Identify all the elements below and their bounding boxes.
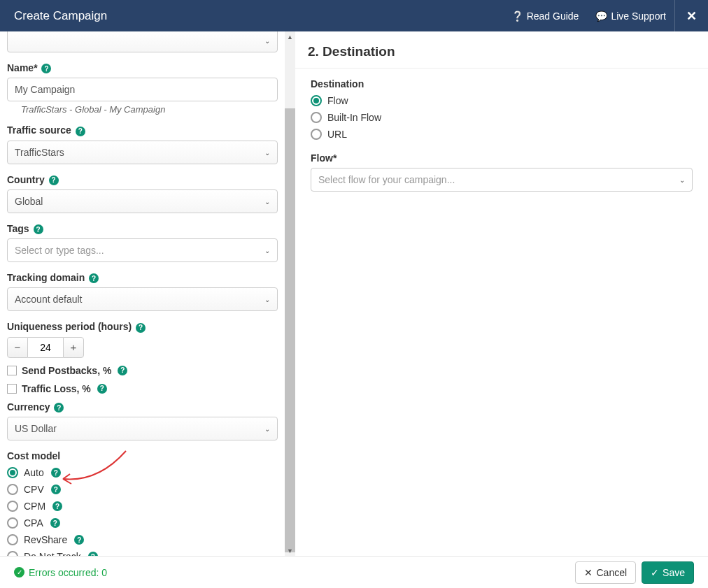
traffic-source-label: Traffic source ? xyxy=(7,124,278,136)
read-guide-label: Read Guide xyxy=(527,10,579,22)
traffic-source-value: TrafficStars xyxy=(15,147,64,158)
right-panel: 2. Destination Destination Flow Built-In… xyxy=(295,31,708,556)
tracking-domain-value: Account default xyxy=(15,294,83,305)
cost-model-cpm-radio[interactable] xyxy=(7,501,18,512)
destination-label: Destination xyxy=(311,78,693,89)
cost-model-revshare-radio[interactable] xyxy=(7,534,18,545)
destination-builtin-label: Built-In Flow xyxy=(327,112,381,123)
send-postbacks-checkbox[interactable] xyxy=(7,366,17,375)
cost-model-donottrack-radio[interactable] xyxy=(7,551,18,556)
country-select[interactable]: Global ⌄ xyxy=(7,189,278,213)
check-icon: ✓ xyxy=(651,567,659,578)
help-icon[interactable]: ? xyxy=(34,224,43,234)
scroll-down-arrow-icon[interactable]: ▼ xyxy=(285,545,295,556)
help-icon[interactable]: ? xyxy=(76,127,85,136)
modal-header: Create Campaign ❔ Read Guide 💬 Live Supp… xyxy=(0,0,708,31)
tags-label: Tags ? xyxy=(7,223,278,234)
cancel-label: Cancel xyxy=(596,567,627,578)
chat-icon: 💬 xyxy=(595,10,607,22)
cost-model-cpa-label: CPA xyxy=(24,517,43,529)
modal-title: Create Campaign xyxy=(14,9,503,23)
help-icon[interactable]: ? xyxy=(136,323,146,333)
name-help-text: TrafficStars - Global - My Campaign xyxy=(7,101,278,115)
currency-value: US Dollar xyxy=(15,423,57,434)
cost-model-cpv-label: CPV xyxy=(24,484,44,495)
status-message: ✓ Errors occurred: 0 xyxy=(14,567,107,578)
name-input[interactable] xyxy=(7,78,278,101)
destination-flow-label: Flow xyxy=(327,95,348,106)
help-icon[interactable]: ? xyxy=(74,535,84,545)
destination-heading: 2. Destination xyxy=(295,31,708,69)
help-icon[interactable]: ? xyxy=(41,64,51,73)
help-icon[interactable]: ? xyxy=(50,518,60,528)
flow-select-label: Flow* xyxy=(311,152,693,164)
name-label: Name* ? xyxy=(7,62,278,73)
flow-select[interactable]: Select flow for your campaign... ⌄ xyxy=(311,168,693,192)
currency-label: Currency ? xyxy=(7,401,278,413)
check-circle-icon: ✓ xyxy=(14,567,24,578)
chevron-down-icon: ⌄ xyxy=(264,425,270,433)
status-text: Errors occurred: 0 xyxy=(29,567,107,578)
live-support-link[interactable]: 💬 Live Support xyxy=(587,10,674,22)
chevron-down-icon: ⌄ xyxy=(679,176,685,184)
scrollbar-thumb[interactable] xyxy=(285,108,295,552)
cancel-button[interactable]: ✕ Cancel xyxy=(575,561,636,584)
chevron-down-icon: ⌄ xyxy=(264,197,270,205)
left-panel: ▲ ▼ ⌄ Name* ? TrafficStars - Global - My… xyxy=(0,31,295,556)
close-button[interactable]: ✕ xyxy=(674,0,708,31)
help-icon[interactable]: ? xyxy=(54,403,64,413)
stepper-increment-button[interactable]: + xyxy=(63,337,84,358)
cost-model-cpm-label: CPM xyxy=(24,501,45,512)
help-icon[interactable]: ? xyxy=(51,485,61,494)
chevron-down-icon: ⌄ xyxy=(264,37,270,45)
tags-select[interactable]: Select or type tags... ⌄ xyxy=(7,238,278,262)
uniqueness-label: Uniqueness period (hours) ? xyxy=(7,321,278,332)
cost-model-donottrack-label: Do Not Track xyxy=(24,551,81,556)
help-icon[interactable]: ? xyxy=(97,384,107,394)
help-icon[interactable]: ? xyxy=(118,366,127,375)
modal-footer: ✓ Errors occurred: 0 ✕ Cancel ✓ Save xyxy=(0,556,708,588)
tracking-domain-label: Tracking domain ? xyxy=(7,272,278,283)
traffic-loss-checkbox[interactable] xyxy=(7,384,17,394)
cost-model-auto-label: Auto xyxy=(24,467,44,478)
chevron-down-icon: ⌄ xyxy=(264,296,270,303)
close-icon: ✕ xyxy=(584,567,593,578)
tags-placeholder: Select or type tags... xyxy=(15,245,104,256)
save-label: Save xyxy=(663,567,685,578)
scroll-up-arrow-icon[interactable]: ▲ xyxy=(285,31,295,42)
country-value: Global xyxy=(15,196,43,207)
uniqueness-input[interactable] xyxy=(28,337,63,358)
cost-model-auto-radio[interactable] xyxy=(7,467,18,478)
workspace-select[interactable]: ⌄ xyxy=(7,31,278,52)
cost-model-cpa-radio[interactable] xyxy=(7,517,18,529)
help-icon[interactable]: ? xyxy=(89,273,99,283)
send-postbacks-label: Send Postbacks, % xyxy=(22,365,111,376)
chevron-down-icon: ⌄ xyxy=(264,148,270,156)
help-icon[interactable]: ? xyxy=(49,175,59,185)
destination-flow-radio[interactable] xyxy=(311,95,322,106)
stepper-decrement-button[interactable]: − xyxy=(7,337,28,358)
currency-select[interactable]: US Dollar ⌄ xyxy=(7,417,278,440)
scrollbar-track[interactable]: ▲ ▼ xyxy=(285,31,295,556)
help-icon[interactable]: ? xyxy=(52,501,62,511)
destination-builtin-radio[interactable] xyxy=(311,112,322,123)
tracking-domain-select[interactable]: Account default ⌄ xyxy=(7,287,278,311)
uniqueness-stepper: − + xyxy=(7,337,278,358)
destination-url-label: URL xyxy=(327,129,347,140)
flow-placeholder: Select flow for your campaign... xyxy=(318,174,455,185)
help-icon[interactable]: ? xyxy=(51,468,61,478)
chevron-down-icon: ⌄ xyxy=(264,247,270,254)
question-circle-icon: ❔ xyxy=(511,10,523,22)
close-icon: ✕ xyxy=(686,8,697,24)
read-guide-link[interactable]: ❔ Read Guide xyxy=(503,10,588,22)
save-button[interactable]: ✓ Save xyxy=(642,561,694,584)
traffic-loss-label: Traffic Loss, % xyxy=(22,383,91,394)
cost-model-label: Cost model xyxy=(7,450,278,461)
destination-url-radio[interactable] xyxy=(311,129,322,140)
cost-model-revshare-label: RevShare xyxy=(24,534,67,545)
country-label: Country ? xyxy=(7,174,278,185)
traffic-source-select[interactable]: TrafficStars ⌄ xyxy=(7,141,278,164)
live-support-label: Live Support xyxy=(611,10,666,22)
cost-model-cpv-radio[interactable] xyxy=(7,484,18,495)
